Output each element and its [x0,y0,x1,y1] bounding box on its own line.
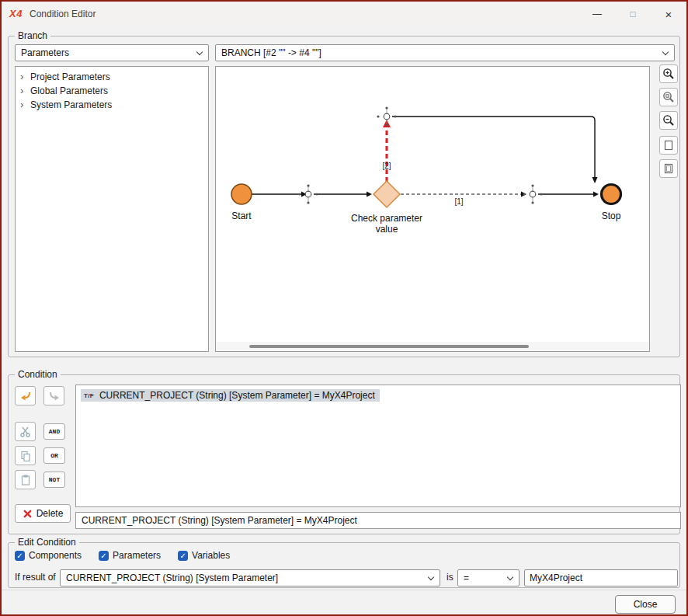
fit-page-button[interactable] [659,136,678,155]
zoom-in-button[interactable] [659,64,678,83]
maximize-icon: □ [630,9,635,19]
minimize-button[interactable]: — [579,2,615,26]
tree-item-label: System Parameters [30,99,112,110]
edge2-label: [2] [382,162,391,170]
zoom-selection-button[interactable] [659,88,678,106]
app-logo: X4 [9,8,23,19]
arrowhead [592,177,598,183]
page-preview-icon [662,162,675,175]
chevron-right-icon: › [20,71,26,83]
tree-item-system-parameters[interactable]: › System Parameters [16,98,208,112]
branch-combo-value: BRANCH [#2 "" -> #4 ""] [221,45,321,61]
minimize-icon: — [592,9,602,19]
checkbox-check-icon: ✓ [99,551,109,561]
arrowhead [367,192,372,197]
stop-node[interactable] [602,185,621,204]
is-label: is [447,572,453,583]
redo-condition-button[interactable] [43,386,64,405]
decision-node[interactable] [374,181,400,207]
copy-icon [19,450,32,462]
zoom-out-button[interactable] [659,111,678,130]
decision-node-label-1: Check parameter [351,213,422,224]
checkbox-check-icon: ✓ [15,551,25,561]
boolean-type-tag: T/F [84,392,94,399]
fit-page-icon [662,139,675,151]
condition-list-row[interactable]: T/F CURRENT_PROJECT (String) [System Par… [81,389,380,402]
apply-condition-button[interactable] [15,386,36,405]
edit-condition-group: Edit Condition ✓ Components ✓ Parameters… [8,542,680,588]
tree-item-global-parameters[interactable]: › Global Parameters [16,84,208,98]
title-bar: X4 Condition Editor — □ × [2,2,686,26]
edge1-label: [1] [454,197,463,206]
cut-icon [19,426,31,437]
parameters-tree: › Project Parameters › Global Parameters… [15,66,209,352]
tree-item-label: Project Parameters [30,71,110,82]
edge-top-route [392,117,595,178]
stop-node-label: Stop [602,211,621,221]
condition-row-text: CURRENT_PROJECT (String) [System Paramet… [99,390,375,401]
variables-checkbox[interactable]: ✓ Variables [178,549,230,562]
delete-condition-button[interactable]: Delete [15,504,71,523]
arrowhead [593,192,599,197]
chevron-right-icon: › [20,99,26,111]
workflow-canvas[interactable]: Start Check parameter value Stop [1] [2] [215,66,650,352]
condition-editor-window: X4 Condition Editor — □ × Branch Paramet… [0,0,688,616]
compare-value-input[interactable] [524,569,678,586]
condition-list[interactable]: T/F CURRENT_PROJECT (String) [System Par… [75,385,681,507]
parameters-combo[interactable]: Parameters [15,44,209,61]
checkbox-check-icon: ✓ [178,551,188,561]
components-checkbox[interactable]: ✓ Components [15,549,82,562]
scrollbar-thumb[interactable] [249,345,529,348]
zoom-in-icon [662,68,675,80]
redo-arrow-icon [48,390,61,402]
workflow-diagram: Start Check parameter value Stop [1] [2] [216,67,649,340]
start-node-label: Start [231,211,252,221]
and-operator-button[interactable]: AND [43,423,65,440]
dialog-footer: Close [2,590,686,614]
page-preview-button[interactable] [659,159,678,178]
tree-item-project-parameters[interactable]: › Project Parameters [16,70,208,84]
start-node[interactable] [231,184,252,204]
branch-combo[interactable]: BRANCH [#2 "" -> #4 ""] [215,44,675,61]
if-result-of-label: If result of [15,572,56,583]
or-operator-button[interactable]: OR [43,447,65,464]
delete-x-icon [23,509,33,519]
parameters-combo-value: Parameters [21,45,69,61]
zoom-out-icon [662,114,675,127]
close-dialog-button[interactable]: Close [615,595,676,614]
decision-node-label-2: value [376,224,398,235]
variables-checkbox-label: Variables [192,550,230,561]
parameters-checkbox[interactable]: ✓ Parameters [99,549,161,562]
condition-group-label: Condition [15,369,61,380]
chevron-down-icon [507,574,513,580]
copy-button[interactable] [15,446,36,465]
apply-arrow-icon [19,390,32,402]
chevron-down-icon [428,574,434,580]
operator-combo[interactable]: = [457,569,519,586]
close-button[interactable]: × [651,2,686,26]
branch-group: Branch Parameters › Project Parameters ›… [8,36,680,357]
paste-icon [19,474,32,486]
chevron-right-icon: › [20,85,26,97]
window-title: Condition Editor [30,9,96,19]
zoom-selection-icon [662,91,675,103]
branch-group-label: Branch [15,30,50,41]
canvas-horizontal-scrollbar[interactable] [216,342,649,351]
components-checkbox-label: Components [29,550,82,561]
expression-combo-value: CURRENT_PROJECT (String) [System Paramet… [66,570,278,586]
tree-item-label: Global Parameters [30,85,108,96]
window-controls: — □ × [579,2,686,26]
operator-combo-value: = [464,570,469,586]
not-operator-button[interactable]: NOT [43,472,65,488]
edit-condition-group-label: Edit Condition [15,537,79,548]
expression-combo[interactable]: CURRENT_PROJECT (String) [System Paramet… [60,569,440,586]
maximize-button[interactable]: □ [615,2,651,26]
paste-button[interactable] [15,470,36,489]
parameters-checkbox-label: Parameters [113,550,161,561]
close-icon: × [665,8,672,21]
condition-group: Condition AND [8,374,680,534]
filter-checkboxes: ✓ Components ✓ Parameters ✓ Variables [15,549,230,562]
cut-button[interactable] [15,422,36,441]
chevron-down-icon [662,49,669,55]
condition-preview: CURRENT_PROJECT (String) [System Paramet… [75,512,681,529]
